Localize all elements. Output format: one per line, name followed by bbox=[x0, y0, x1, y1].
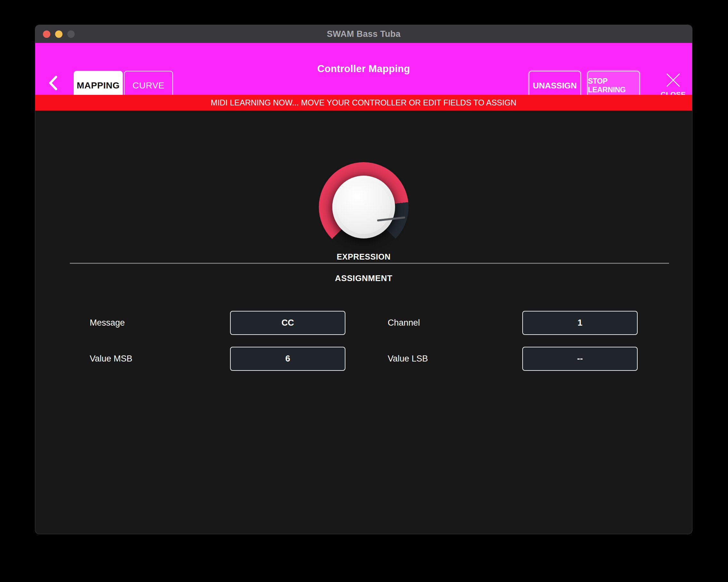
tab-curve-label: CURVE bbox=[132, 80, 164, 91]
value-lsb-field[interactable]: -- bbox=[522, 347, 638, 371]
traffic-lights bbox=[43, 25, 75, 43]
zoom-window-button-disabled bbox=[67, 30, 75, 38]
tab-mapping-label: MAPPING bbox=[77, 80, 120, 91]
back-chevron-icon bbox=[41, 75, 66, 91]
knob-face bbox=[332, 176, 395, 238]
knob-label: EXPRESSION bbox=[35, 252, 692, 261]
midi-learning-banner-text: MIDI LEARNING NOW... MOVE YOUR CONTROLLE… bbox=[211, 98, 517, 108]
knob-face-inner bbox=[337, 180, 391, 234]
section-divider bbox=[70, 263, 669, 264]
channel-field-value: 1 bbox=[577, 318, 582, 328]
unassign-label: UNASSIGN bbox=[533, 81, 577, 91]
screen-background: SWAM Bass Tuba BACK MAPPING CURVE bbox=[0, 0, 728, 582]
mapping-content: EXPRESSION ASSIGNMENT Message CC Channel… bbox=[35, 110, 692, 534]
channel-field-label: Channel bbox=[388, 311, 420, 335]
value-msb-field-value: 6 bbox=[285, 354, 290, 364]
midi-learning-banner: MIDI LEARNING NOW... MOVE YOUR CONTROLLE… bbox=[35, 95, 692, 110]
controller-mapping-header: BACK MAPPING CURVE Controller Mapping UN… bbox=[35, 43, 692, 95]
message-field-label: Message bbox=[90, 311, 125, 335]
message-field-value: CC bbox=[282, 318, 294, 328]
expression-knob[interactable] bbox=[319, 162, 409, 252]
assignment-section-title: ASSIGNMENT bbox=[35, 273, 692, 283]
value-lsb-field-label: Value LSB bbox=[388, 347, 428, 371]
value-lsb-field-value: -- bbox=[577, 354, 583, 364]
stop-learning-label: STOP LEARNING bbox=[588, 77, 639, 94]
minimize-window-button[interactable] bbox=[55, 30, 62, 38]
value-msb-field[interactable]: 6 bbox=[230, 347, 345, 371]
channel-field[interactable]: 1 bbox=[522, 311, 638, 335]
window-title: SWAM Bass Tuba bbox=[327, 29, 400, 39]
titlebar[interactable]: SWAM Bass Tuba bbox=[35, 25, 692, 43]
value-msb-field-label: Value MSB bbox=[90, 347, 132, 371]
close-x-icon bbox=[659, 72, 687, 88]
app-window: SWAM Bass Tuba BACK MAPPING CURVE bbox=[35, 25, 692, 534]
close-window-button[interactable] bbox=[43, 30, 50, 38]
message-field[interactable]: CC bbox=[230, 311, 345, 335]
